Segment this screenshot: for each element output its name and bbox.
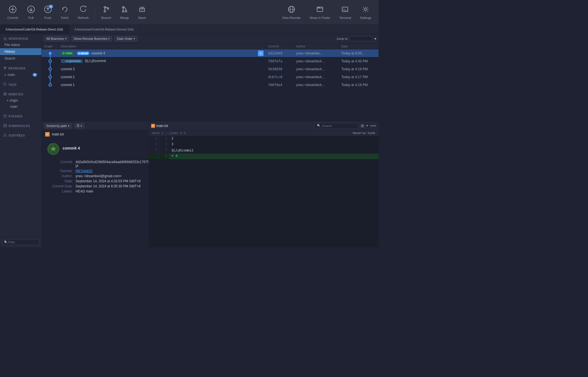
diff-more-menu-btn[interactable]: ••• [370,124,376,128]
table-row[interactable]: origin/main 别人的commit f997efa yrwu <drea… [42,57,379,65]
commit-button[interactable]: Commit [3,3,22,22]
svg-rect-14 [140,7,144,8]
sidebar-item-main-branch[interactable]: ● main 1 [0,71,41,78]
view-mode-btn[interactable]: ☰ ▾ [74,123,85,128]
date-cell-1: Today at 6:05... [339,49,379,57]
table-row[interactable]: commit 2 dcb7cc0 yrwu <dreambo4... Today… [42,73,379,81]
pull-label: Pull [28,16,34,19]
sort-label: Sorted by path [47,124,67,128]
pull-button[interactable]: Pull [23,3,39,22]
graph-cell-1 [42,49,59,57]
meta-parents-row: Parents: f997efa825 [47,168,143,174]
tags-section: TAGS [0,79,41,89]
toolbar-right: View Remote Show in Finder [278,3,375,22]
push-button[interactable]: 1 Push [40,3,56,22]
view-remote-label: View Remote [282,16,300,19]
hash-cell-4: dcb7cc0 [266,73,294,81]
sidebar-item-search[interactable]: Search [0,55,41,62]
view-remote-button[interactable]: View Remote [278,3,304,22]
svg-rect-22 [342,7,348,12]
show-remote-label: Show Remote Branches [74,37,107,40]
diff-new-num: 5 [159,154,169,159]
toolbar: Commit Pull 1 Push [0,0,379,25]
filter-search-icon: 🔍 [4,240,8,244]
svg-point-11 [125,10,127,12]
fetch-button[interactable]: Fetch [57,3,73,22]
merge-button[interactable]: Merge [116,3,133,22]
diff-line-nums: 4 4 [149,148,169,154]
col-header-author: Author [294,43,339,49]
diff-line: 2 2 2 [149,136,379,142]
settings-icon [362,5,370,14]
branch-dot: ● [5,74,6,76]
sort-by-path-btn[interactable]: Sorted by path ▾ [44,123,72,128]
ahead-badge: 1 ahead [77,52,89,55]
meta-commit-row: Commit: 4d2a940c0cd23fd504aca9aadd066b82… [47,159,143,168]
table-row[interactable]: commit 1 708f6e4 yrwu <dreambo4... Today… [42,81,379,89]
sidebar-item-origin[interactable]: ▾ origin [0,97,41,104]
parents-label: Parents: [47,169,76,173]
diff-old-num: 2 [149,136,159,142]
view-mode-icon: ☰ [77,124,79,128]
hunk-header-label: Hunk 1 : Lines 2-5 [152,131,186,135]
diff-search-input[interactable] [322,124,356,128]
sidebar-item-file-status[interactable]: File status [0,41,41,48]
branches-icon [3,66,7,70]
svg-point-24 [364,8,367,10]
subtrees-header: SUBTREES [0,132,41,139]
all-branches-btn[interactable]: All Branches ▾ [44,36,69,41]
diff-line-content: + 4 [169,154,379,159]
branch-button[interactable]: Branch [97,3,115,22]
jump-to: Jump to: ▾ [337,36,376,41]
jump-to-input[interactable] [350,36,373,41]
list-item[interactable]: M main.txt [42,130,149,139]
table-row[interactable]: commit 3 5b38838 yrwu <dreambo4... Today… [42,65,379,73]
parents-value[interactable]: f997efa825 [76,169,92,173]
diff-line: 3 3 3 [149,142,379,148]
all-branches-chevron: ▾ [65,37,67,40]
svg-point-21 [319,7,320,8]
view-mode-chevron: ▾ [81,124,82,127]
terminal-label: Terminal [339,16,351,19]
date-order-btn[interactable]: Date Order ▾ [114,36,137,41]
date-cell-2: Today at 4:30 PM [339,57,379,65]
date-cell-5: Today at 4:16 PM [339,81,379,89]
stash-button[interactable]: Stash [134,3,150,22]
commit-meta: Commit: 4d2a940c0cd23fd504aca9aadd066b82… [47,159,143,194]
commit-hash-value: 4d2a940c0cd23fd504aca9aadd066b8253c17675… [76,160,149,168]
title-tab-1[interactable]: /Users/yrwu/Code/Git-Rebase-Demo (Git) [0,25,69,34]
stashes-icon [3,114,7,118]
file-list-pane: Sorted by path ▾ ☰ ▾ M main.txt [42,121,149,247]
refresh-icon [79,5,87,14]
jump-arrow-btn[interactable]: ▾ [374,36,376,41]
svg-point-20 [318,7,319,8]
sidebar-item-history[interactable]: History [0,48,41,55]
author-cell-1: yrwu <dreambo... [294,49,339,57]
svg-point-57 [49,84,52,86]
reverse-hunk-btn[interactable]: Reverse hunk [353,131,375,135]
diff-line-nums: 2 2 [149,136,169,142]
show-remote-btn[interactable]: Show Remote Branches ▾ [71,36,112,41]
svg-point-39 [4,136,5,137]
commit-desc-2: 别人的commit [85,59,106,63]
graph-cell-2 [42,57,59,65]
terminal-button[interactable]: Terminal [335,3,355,22]
sidebar-item-origin-main[interactable]: main [0,104,41,110]
diff-minus-btn[interactable]: ⊖ [361,123,364,128]
title-tab-2[interactable]: /Users/yrwu/Code/Git-Rebase-Demo2 (Git) [69,25,140,34]
workspace-label: WORKSPACE [9,37,28,40]
file-name: main.txt [52,132,64,136]
table-row[interactable]: main 1 ahead commit 4 + 4d2a940 yrwu <dr… [42,49,379,57]
refresh-button[interactable]: Refresh [74,3,93,22]
diff-chevron-btn[interactable]: ▾ [366,124,368,128]
svg-point-40 [6,136,7,137]
plus-button[interactable]: + [258,51,264,56]
hash-cell-5: 708f6e4 [266,81,294,89]
fetch-label: Fetch [61,16,69,19]
remotes-icon [3,92,7,96]
svg-point-30 [4,84,5,84]
settings-button[interactable]: Settings [356,3,375,22]
show-in-finder-button[interactable]: Show in Finder [306,3,334,22]
avatar-inner [49,144,58,154]
col-header-date: Date [339,43,379,49]
